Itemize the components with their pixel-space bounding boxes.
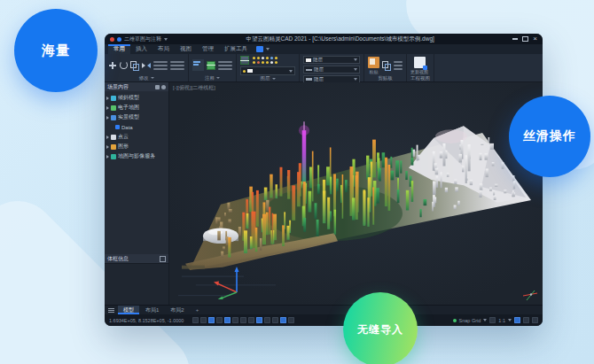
coordinates-readout: 1.6934E+05, 8.1528E+05, -1.0000 — [109, 318, 184, 323]
ribbon-panel-properties: 随层 随层 随层 属性 — [300, 54, 364, 81]
modify-tool-list[interactable] — [170, 61, 184, 70]
quick-access-icon[interactable] — [117, 37, 121, 42]
status-toggle-icon[interactable] — [192, 317, 199, 323]
status-toggle-icon[interactable] — [280, 317, 286, 323]
status-toggle-icon[interactable] — [248, 317, 254, 323]
sort-icon[interactable] — [155, 85, 160, 89]
window-title: 中望云图精灵CAD 2021 - [C:\Users\admin\Documen… — [170, 35, 510, 43]
layout-tab-2[interactable]: 布局2 — [165, 306, 189, 314]
tree-item-icon — [111, 154, 116, 159]
tree-item-label: 实景模型 — [118, 113, 139, 121]
layer-dropdown[interactable] — [240, 66, 295, 75]
expand-icon[interactable] — [106, 116, 109, 120]
workspace-selector[interactable]: 二维草图与注释 — [124, 35, 161, 43]
panel-label: 注释 — [205, 75, 215, 81]
modify-tool-list[interactable] — [153, 61, 168, 70]
expand-icon[interactable] — [106, 136, 109, 139]
linetype-dropdown[interactable]: 随层 — [303, 66, 360, 74]
move-icon[interactable] — [108, 61, 117, 70]
tree-item[interactable]: 倾斜模型 — [106, 93, 168, 103]
status-toggle-icon[interactable] — [288, 317, 294, 323]
badge-seamless-import: 无缝导入 — [343, 292, 418, 364]
expand-icon[interactable] — [106, 145, 109, 149]
isolate-objects-icon[interactable] — [523, 317, 529, 323]
expand-icon[interactable] — [106, 97, 109, 100]
workspace-switch-icon[interactable] — [514, 317, 520, 323]
palette-header: 场景内容 — [105, 82, 168, 91]
add-layout-button[interactable]: + — [191, 306, 205, 314]
status-toggle-icon[interactable] — [208, 317, 215, 323]
status-bar: 1.6934E+05, 8.1528E+05, -1.0000 Snap Gri… — [105, 314, 543, 326]
ribbon-panel-annotate: 注释 — [189, 54, 237, 81]
tree-item[interactable]: 电子地图 — [106, 103, 168, 112]
table-icon[interactable] — [207, 61, 215, 70]
chevron-down-icon[interactable] — [151, 77, 154, 79]
tree-item[interactable]: 图形 — [106, 142, 168, 151]
expand-icon[interactable] — [106, 155, 109, 159]
scene-tree: 倾斜模型电子地图实景模型Data点云图形地图与影像服务 — [105, 91, 168, 161]
model-layout-tab-bar: 模型布局1布局2+ — [105, 305, 543, 314]
mini-axis-icon — [521, 289, 539, 301]
layer-properties-icon[interactable] — [240, 56, 249, 65]
ribbon-tab-3[interactable]: 布局 — [152, 44, 175, 54]
ribbon-tab-5[interactable]: 管理 — [197, 44, 219, 54]
tree-item[interactable]: 地图与影像服务 — [106, 151, 168, 161]
maximize-button[interactable] — [522, 36, 528, 42]
collapse-icon[interactable] — [160, 256, 166, 262]
snap-grid-label[interactable]: Snap Grid — [459, 318, 481, 323]
annotation-scale-icon[interactable] — [489, 317, 496, 323]
snap-status-icon[interactable] — [453, 319, 457, 322]
chevron-down-icon[interactable] — [266, 48, 270, 50]
cad-application-window: 二维草图与注释 中望云图精灵CAD 2021 - [C:\Users\admin… — [105, 34, 543, 326]
chevron-down-icon[interactable] — [272, 78, 276, 80]
tool-palette-icon[interactable] — [256, 46, 263, 52]
status-toggle-icon[interactable] — [232, 317, 238, 323]
viewport-controls[interactable]: [-][俯视][二维线框] — [173, 84, 215, 92]
rotate-icon[interactable] — [120, 61, 128, 69]
status-toggle-icon[interactable] — [224, 317, 231, 323]
gear-icon[interactable] — [161, 85, 166, 89]
layer-state-icons[interactable] — [252, 56, 278, 65]
copy-clip-icon[interactable] — [382, 61, 391, 70]
paste-label: 粘贴 — [370, 69, 379, 74]
mirror-icon[interactable] — [142, 61, 151, 70]
expand-icon[interactable] — [106, 106, 109, 110]
scene-content-palette: 场景内容 倾斜模型电子地图实景模型Data点云图形地图与影像服务 体框信息 — [105, 82, 169, 305]
scale-readout[interactable]: 1:1 — [498, 318, 505, 323]
mtext-icon[interactable] — [192, 59, 204, 71]
copy-icon[interactable] — [130, 61, 139, 70]
tree-item-icon — [111, 96, 116, 101]
update-view-icon[interactable] — [414, 57, 426, 68]
drawing-area[interactable]: [-][俯视][二维线框] — [169, 82, 543, 305]
tree-item[interactable]: 实景模型 — [106, 112, 168, 122]
chevron-down-icon[interactable] — [164, 38, 168, 41]
clipboard-tool-list[interactable] — [394, 61, 403, 70]
color-dropdown[interactable]: 随层 — [303, 56, 360, 64]
layout-tab-1[interactable]: 布局1 — [140, 306, 164, 314]
layout-list-icon[interactable] — [108, 308, 114, 313]
model-tab[interactable]: 模型 — [118, 306, 139, 314]
status-toggle-icon[interactable] — [272, 317, 278, 323]
checkbox-icon[interactable] — [115, 125, 120, 129]
status-toggle-icon[interactable] — [256, 317, 262, 323]
annotate-tool-list[interactable] — [218, 61, 232, 70]
title-bar: 二维草图与注释 中望云图精灵CAD 2021 - [C:\Users\admin… — [105, 34, 543, 44]
clean-screen-icon[interactable] — [532, 317, 538, 323]
paste-icon[interactable] — [368, 57, 379, 68]
tree-item[interactable]: Data — [106, 122, 168, 132]
status-toggle-icon[interactable] — [200, 317, 207, 323]
chevron-down-icon[interactable] — [483, 319, 487, 321]
chevron-down-icon[interactable] — [508, 319, 512, 321]
minimize-button[interactable] — [512, 38, 518, 40]
ribbon-tab-6[interactable]: 扩展工具 — [219, 44, 253, 54]
chevron-down-icon[interactable] — [216, 77, 220, 79]
ribbon-tab-2[interactable]: 插入 — [130, 44, 152, 54]
status-toggle-icon[interactable] — [216, 317, 223, 323]
status-toggle-icon[interactable] — [264, 317, 270, 323]
close-button[interactable]: × — [533, 36, 537, 42]
badge-smooth-operation: 丝滑操作 — [509, 96, 590, 177]
ribbon-tab-4[interactable]: 视图 — [175, 44, 197, 54]
tree-item[interactable]: 点云 — [106, 132, 168, 142]
status-toggle-icon[interactable] — [240, 317, 246, 323]
ribbon-tab-1[interactable]: 常用 — [108, 44, 130, 54]
